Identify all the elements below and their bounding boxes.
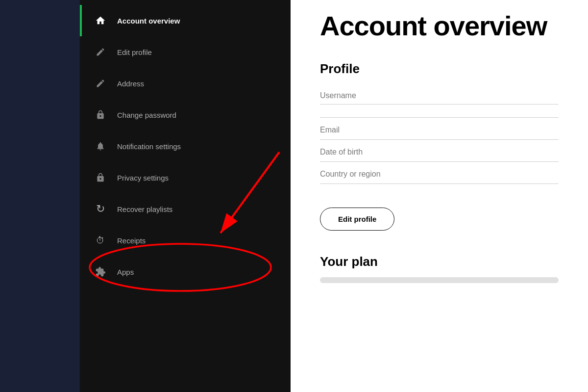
sidebar-item-account-overview[interactable]: Account overview xyxy=(80,5,291,36)
edit-icon xyxy=(94,45,107,59)
dob-field-row: Date of birth xyxy=(320,148,559,162)
sidebar-item-receipts[interactable]: ⏱ Receipts xyxy=(80,225,291,256)
home-icon xyxy=(94,14,107,27)
sidebar-item-notification-settings[interactable]: Notification settings xyxy=(80,131,291,162)
sidebar: Account overview Edit profile Address xyxy=(80,0,291,392)
sidebar-item-label: Account overview xyxy=(117,17,180,25)
sidebar-item-privacy-settings[interactable]: Privacy settings xyxy=(80,162,291,193)
apps-icon xyxy=(94,265,107,279)
plan-progress-bar xyxy=(320,277,559,283)
left-panel xyxy=(0,0,80,392)
bell-icon xyxy=(94,139,107,153)
sidebar-item-label: Privacy settings xyxy=(117,174,169,182)
sidebar-item-label: Receipts xyxy=(117,236,146,245)
dob-label: Date of birth xyxy=(320,148,559,157)
page-title: Account overview xyxy=(320,10,559,42)
sidebar-item-label: Address xyxy=(117,79,144,88)
lock-icon xyxy=(94,108,107,122)
email-field-row: Email xyxy=(320,126,559,140)
sidebar-item-label: Recover playlists xyxy=(117,205,172,213)
email-label: Email xyxy=(320,126,559,134)
recover-icon: ↻ xyxy=(94,202,107,216)
sidebar-item-label: Apps xyxy=(117,268,134,276)
sidebar-item-recover-playlists[interactable]: ↻ Recover playlists xyxy=(80,193,291,225)
profile-section-title: Profile xyxy=(320,61,559,77)
sidebar-item-change-password[interactable]: Change password xyxy=(80,99,291,131)
privacy-lock-icon xyxy=(94,171,107,184)
username-field-row: Username xyxy=(320,91,559,118)
main-content: Account overview Profile Username Email … xyxy=(291,0,588,392)
sidebar-nav: Account overview Edit profile Address xyxy=(80,0,291,287)
edit-profile-button[interactable]: Edit profile xyxy=(320,208,394,231)
country-field-row: Country or region xyxy=(320,170,559,184)
sidebar-item-address[interactable]: Address xyxy=(80,68,291,99)
receipts-icon: ⏱ xyxy=(94,234,107,247)
sidebar-item-apps[interactable]: Apps xyxy=(80,256,291,287)
sidebar-item-label: Notification settings xyxy=(117,142,181,151)
sidebar-item-label: Edit profile xyxy=(117,48,152,56)
username-label: Username xyxy=(320,91,559,105)
sidebar-item-label: Change password xyxy=(117,111,176,119)
address-icon xyxy=(94,77,107,90)
sidebar-item-edit-profile[interactable]: Edit profile xyxy=(80,36,291,68)
your-plan-section-title: Your plan xyxy=(320,254,559,269)
country-label: Country or region xyxy=(320,170,559,179)
